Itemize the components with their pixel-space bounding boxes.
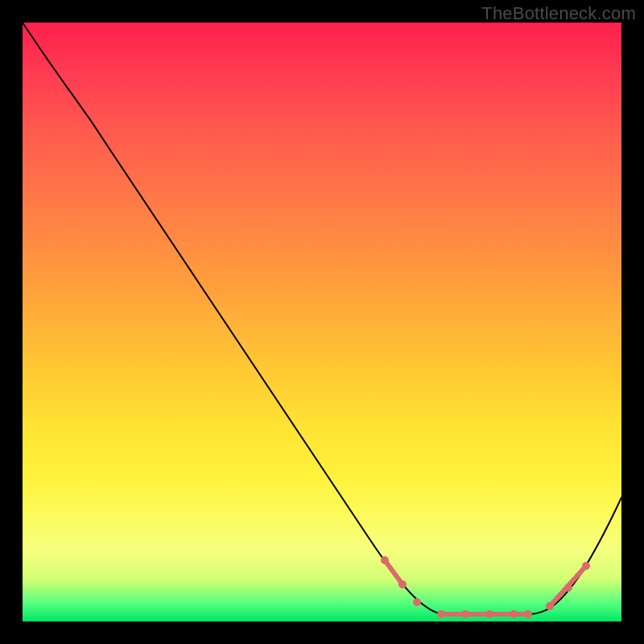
optimal-range-marker [485,610,493,618]
optimal-range-marker [510,610,518,618]
optimal-range-marker [381,556,389,564]
optimal-range-marker [524,610,532,618]
optimal-range-segment [385,560,402,584]
optimal-range-marker [398,580,407,588]
chart-frame: TheBottleneck.com [0,0,644,644]
bottleneck-curve [23,23,621,614]
optimal-range-marker [461,610,469,618]
optimal-range-marker [437,610,445,618]
curve-layer [23,23,621,621]
optimal-range-marker [582,562,590,570]
watermark-text: TheBottleneck.com [481,3,636,24]
optimal-range-marker [564,584,572,592]
optimal-range-marker [546,602,554,610]
plot-area [23,23,621,621]
optimal-range-marker [413,598,421,606]
